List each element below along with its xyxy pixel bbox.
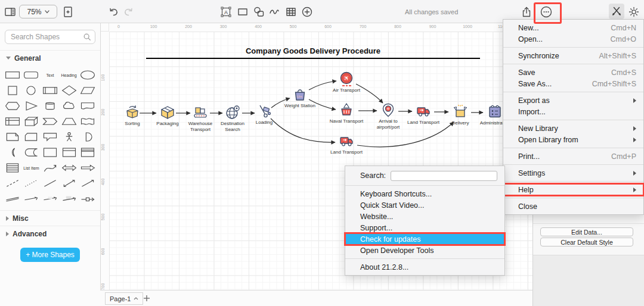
menu-item[interactable]: Save As... Cmd+Shift+S — [503, 78, 643, 89]
flow-node[interactable]: Loading — [246, 104, 282, 126]
shape-cell[interactable] — [3, 191, 22, 207]
shape-cell[interactable] — [41, 98, 60, 114]
shape-cell[interactable] — [22, 98, 41, 114]
shape-cell[interactable] — [78, 114, 97, 129]
shape-cell[interactable] — [41, 129, 60, 145]
shape-cell[interactable] — [3, 145, 22, 160]
section-advanced[interactable]: Advanced — [0, 226, 100, 241]
shape-cell[interactable]: List Item — [22, 160, 41, 176]
shape-cell[interactable] — [78, 83, 97, 98]
shape-cell[interactable] — [60, 191, 79, 207]
clear-default-style-button[interactable]: Clear Default Style — [540, 238, 633, 246]
flow-node[interactable]: Arrival to airport/port — [370, 102, 406, 130]
shape-cell[interactable] — [60, 129, 79, 145]
flow-node[interactable]: Destination Search — [215, 105, 250, 132]
submenu-item[interactable]: Support... — [345, 222, 504, 233]
flow-node[interactable]: Delivery — [442, 104, 478, 126]
shape-tool-icon[interactable] — [252, 5, 265, 18]
format-panel-toggle-icon[interactable] — [4, 5, 17, 18]
submenu-item[interactable]: Website... — [345, 211, 504, 222]
undo-icon[interactable] — [107, 5, 120, 18]
menu-item[interactable]: Print... Cmd+P — [503, 151, 643, 162]
shape-cell[interactable] — [41, 83, 60, 98]
text-tool-icon[interactable]: A — [219, 5, 233, 18]
shape-cell[interactable] — [22, 176, 41, 191]
shape-cell[interactable] — [3, 83, 22, 98]
shape-cell[interactable] — [78, 160, 97, 176]
appearance-icon[interactable] — [627, 5, 640, 18]
tab-page-1[interactable]: Page-1 — [105, 292, 143, 305]
flow-node[interactable]: Land Transport — [405, 104, 441, 126]
shape-cell[interactable] — [22, 114, 41, 129]
menu-item[interactable]: New... Cmd+N — [503, 22, 643, 33]
freehand-tool-icon[interactable] — [268, 5, 281, 18]
more-actions-icon[interactable] — [540, 5, 553, 18]
insert-shape-icon[interactable] — [301, 5, 314, 18]
shape-cell[interactable] — [78, 191, 97, 207]
flow-node[interactable]: Lbs. Weight Station — [282, 87, 318, 109]
submenu-item[interactable]: Check for updates — [345, 233, 504, 245]
menu-item[interactable]: Close — [503, 201, 643, 212]
shape-cell[interactable] — [3, 176, 22, 191]
menu-item[interactable]: Help — [503, 184, 643, 195]
shape-cell[interactable] — [60, 176, 79, 191]
shape-cell[interactable] — [60, 160, 79, 176]
zoom-dropdown[interactable]: 75% — [19, 5, 57, 18]
shape-cell[interactable] — [3, 114, 22, 129]
shape-cell[interactable] — [78, 98, 97, 114]
shape-cell[interactable] — [60, 114, 79, 129]
menu-item[interactable]: Synchronize Alt+Shift+S — [503, 50, 643, 61]
redo-icon[interactable] — [122, 5, 135, 18]
shape-cell[interactable] — [60, 98, 79, 114]
menu-item[interactable]: Save Cmd+S — [503, 67, 643, 78]
submenu-item[interactable]: Quick Start Video... — [345, 199, 504, 211]
shape-cell[interactable] — [3, 67, 22, 83]
shape-cell[interactable] — [78, 129, 97, 145]
shape-cell[interactable] — [41, 160, 60, 176]
shape-cell[interactable] — [78, 176, 97, 191]
shape-cell[interactable] — [78, 145, 97, 160]
shape-cell[interactable]: Text — [41, 67, 60, 83]
flow-node[interactable]: Packaging — [150, 105, 185, 127]
submenu-item[interactable]: Keyboard Shortcuts... — [345, 188, 504, 199]
flow-node[interactable]: Sorting — [114, 105, 150, 127]
menu-item[interactable]: Import... — [503, 106, 643, 117]
shape-cell[interactable] — [22, 191, 41, 207]
shape-cell[interactable] — [22, 145, 41, 160]
menu-item[interactable]: Export as — [503, 95, 643, 106]
menu-item[interactable]: Open Library from — [503, 134, 643, 145]
section-misc[interactable]: Misc — [0, 210, 100, 226]
shape-cell[interactable] — [3, 129, 22, 145]
table-tool-icon[interactable] — [284, 5, 298, 18]
add-page-button[interactable] — [141, 292, 153, 304]
shape-cell[interactable] — [41, 114, 60, 129]
insert-page-icon[interactable] — [61, 5, 75, 18]
flow-node[interactable]: Warehouse Transport — [182, 105, 218, 132]
menu-item[interactable]: Settings — [503, 167, 643, 179]
sketch-mode-icon[interactable] — [609, 4, 624, 19]
submenu-item[interactable]: About 21.2.8... — [345, 261, 504, 273]
shape-cell[interactable] — [60, 83, 79, 98]
rectangle-tool-icon[interactable] — [236, 5, 249, 18]
flow-node[interactable]: ✈ Air Transport — [329, 71, 364, 93]
shape-cell[interactable] — [41, 191, 60, 207]
section-general[interactable]: General — [0, 50, 100, 65]
shape-cell[interactable] — [22, 129, 41, 145]
menu-item[interactable]: Open... Cmd+O — [503, 33, 643, 45]
shape-cell[interactable] — [78, 67, 97, 83]
more-shapes-button[interactable]: + More Shapes — [20, 248, 80, 262]
edit-data-button[interactable]: Edit Data... — [540, 227, 633, 236]
shape-cell[interactable] — [3, 98, 22, 114]
shape-cell[interactable] — [22, 67, 41, 83]
shape-cell[interactable] — [41, 145, 60, 160]
share-icon[interactable] — [520, 5, 533, 18]
help-search-input[interactable] — [391, 171, 497, 181]
flow-node[interactable]: Land Transport — [329, 133, 364, 155]
submenu-item[interactable]: Open Developer Tools — [345, 245, 504, 256]
shape-cell[interactable] — [22, 83, 41, 98]
menu-item[interactable]: New Library — [503, 123, 643, 134]
shape-cell[interactable] — [41, 176, 60, 191]
shape-cell[interactable] — [60, 145, 79, 160]
flow-node[interactable]: Naval Transport — [329, 102, 364, 124]
shape-cell[interactable] — [3, 160, 22, 176]
